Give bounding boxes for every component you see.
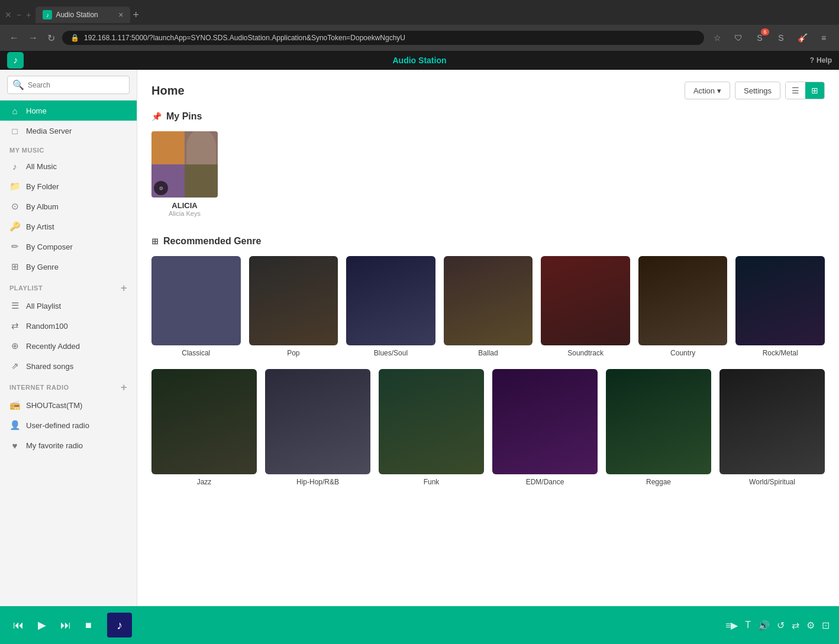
- queue-btn[interactable]: ≡▶: [725, 620, 738, 631]
- prev-btn[interactable]: ⏮: [9, 616, 27, 635]
- player-music-note-icon: ♪: [117, 619, 122, 632]
- user-radio-icon: 👤: [9, 420, 20, 431]
- genre-label-soundtrack: Soundtrack: [541, 349, 630, 357]
- forward-btn[interactable]: →: [26, 30, 40, 46]
- pin-album-item[interactable]: ⊙ ALICIA Alicia Keys: [151, 131, 218, 217]
- shoutcast-icon: 📻: [9, 400, 20, 410]
- volume-btn[interactable]: 🔊: [758, 620, 770, 631]
- genre-card-rock[interactable]: Rock/Metal: [735, 256, 825, 357]
- sidebar-item-all-playlist[interactable]: ☰ All Playlist: [0, 296, 137, 316]
- list-view-btn[interactable]: ☰: [786, 82, 805, 99]
- repeat-btn[interactable]: ↺: [777, 620, 785, 631]
- extension3-icon[interactable]: S: [773, 30, 789, 46]
- genre-card-jazz[interactable]: Jazz: [151, 369, 257, 486]
- sidebar-item-my-favorite-radio[interactable]: ♥ My favorite radio: [0, 435, 137, 455]
- tab-close-btn[interactable]: ✕: [5, 10, 12, 20]
- album-cell-br: [185, 164, 218, 198]
- app-body: 🔍 ⌂ Home □ Media Server MY MUSIC ♪ All M…: [0, 70, 839, 606]
- genre-bg-soundtrack: [541, 256, 630, 345]
- address-bar[interactable]: 🔒 192.168.1.117:5000/?launchApp=SYNO.SDS…: [62, 31, 704, 45]
- genre-bg-world: [719, 369, 825, 474]
- genre-img-soundtrack: [541, 256, 630, 345]
- refresh-btn[interactable]: ↻: [45, 30, 57, 46]
- url-text: 192.168.1.117:5000/?launchApp=SYNO.SDS.A…: [84, 34, 696, 42]
- help-icon: ?: [810, 56, 814, 64]
- help-button[interactable]: ? Help: [810, 56, 832, 64]
- genre-img-pop: [249, 256, 338, 345]
- lyrics-btn[interactable]: T: [745, 620, 751, 630]
- search-input-wrap[interactable]: 🔍: [7, 76, 130, 94]
- page-title: Home: [151, 84, 185, 98]
- tab-maximize-btn[interactable]: +: [26, 10, 31, 20]
- genre-card-hiphop[interactable]: Hip-Hop/R&B: [265, 369, 370, 486]
- sidebar-item-recently-added[interactable]: ⊕ Recently Added: [0, 336, 137, 356]
- sidebar-item-by-artist[interactable]: 🔑 By Artist: [0, 216, 137, 237]
- play-btn[interactable]: ▶: [34, 615, 50, 635]
- tab-minimize-btn[interactable]: −: [17, 10, 21, 20]
- genre-bg-funk: [379, 369, 484, 474]
- sidebar-item-all-music[interactable]: ♪ All Music: [0, 156, 137, 176]
- genre-bg-ballad: [444, 256, 533, 345]
- genre-img-ballad: [444, 256, 533, 345]
- player-right-controls: ≡▶ T 🔊 ↺ ⇄ ⚙ ⊡: [725, 620, 830, 631]
- sidebar-item-by-album[interactable]: ⊙ By Album: [0, 196, 137, 216]
- browser-toolbar-icons: ☆ 🛡 S 6 S 🎸 ≡: [709, 30, 832, 46]
- genre-card-blues[interactable]: Blues/Soul: [346, 256, 435, 357]
- extension1-icon[interactable]: 🛡: [730, 30, 747, 46]
- app-header: ♪ Audio Station ? Help: [0, 51, 839, 70]
- radio-add-btn[interactable]: +: [121, 382, 127, 393]
- extension2-icon[interactable]: S 6: [751, 30, 768, 46]
- menu-icon[interactable]: ≡: [815, 30, 832, 46]
- grid-view-btn[interactable]: ⊞: [805, 82, 824, 99]
- genre-card-pop[interactable]: Pop: [249, 256, 338, 357]
- equalizer-btn[interactable]: ⚙: [806, 620, 815, 631]
- genre-card-country[interactable]: Country: [638, 256, 728, 357]
- tab-close-icon[interactable]: ×: [118, 10, 123, 20]
- genre-card-reggae[interactable]: Reggae: [606, 369, 711, 486]
- mini-player-btn[interactable]: ⊡: [822, 620, 830, 631]
- genre-card-ballad[interactable]: Ballad: [444, 256, 533, 357]
- genre-label-ballad: Ballad: [444, 349, 533, 357]
- genre-card-funk[interactable]: Funk: [379, 369, 484, 486]
- active-tab[interactable]: ♪ Audio Station ×: [36, 7, 130, 23]
- search-icon: 🔍: [12, 79, 24, 90]
- genre-label-pop: Pop: [249, 349, 338, 357]
- genre-label-classical: Classical: [151, 349, 241, 357]
- genre-card-classical[interactable]: Classical: [151, 256, 241, 357]
- pin-album-artist: Alicia Keys: [151, 210, 218, 217]
- sidebar-item-random100[interactable]: ⇄ Random100: [0, 316, 137, 336]
- genre-card-world[interactable]: World/Spiritual: [719, 369, 825, 486]
- genre-bg-rock: [735, 256, 825, 345]
- genre-card-edm[interactable]: EDM/Dance: [492, 369, 598, 486]
- next-btn[interactable]: ⏭: [57, 616, 75, 635]
- shuffle-btn[interactable]: ⇄: [792, 620, 799, 631]
- player-bar: ⏮ ▶ ⏭ ■ ♪ ≡▶ T 🔊 ↺ ⇄ ⚙ ⊡: [0, 606, 839, 644]
- genre-bg-jazz: [151, 369, 257, 474]
- extension4-icon[interactable]: 🎸: [794, 30, 811, 46]
- sidebar-item-by-genre[interactable]: ⊞ By Genre: [0, 257, 137, 277]
- pin-album-title: ALICIA: [151, 201, 218, 210]
- bookmarks-icon[interactable]: ☆: [709, 30, 725, 46]
- favorite-radio-icon: ♥: [9, 440, 20, 451]
- action-button[interactable]: Action ▾: [685, 82, 730, 99]
- playlist-add-btn[interactable]: +: [121, 283, 127, 293]
- sidebar-item-user-defined-radio[interactable]: 👤 User-defined radio: [0, 415, 137, 435]
- settings-button[interactable]: Settings: [735, 82, 780, 99]
- sidebar-item-media-server[interactable]: □ Media Server: [0, 121, 137, 141]
- sidebar-item-by-composer[interactable]: ✏ By Composer: [0, 237, 137, 257]
- sidebar-item-shared-songs[interactable]: ⇗ Shared songs: [0, 356, 137, 376]
- genre-label-country: Country: [638, 349, 728, 357]
- genre-grid-row1: Classical Pop: [151, 256, 825, 357]
- genre-card-soundtrack[interactable]: Soundtrack: [541, 256, 630, 357]
- genre-img-edm: [492, 369, 598, 474]
- media-server-icon: □: [9, 125, 20, 136]
- search-input[interactable]: [28, 81, 124, 89]
- new-tab-btn[interactable]: +: [133, 9, 139, 21]
- back-btn[interactable]: ←: [7, 30, 21, 46]
- sidebar-item-home[interactable]: ⌂ Home: [0, 101, 137, 121]
- genre-img-rock: [735, 256, 825, 345]
- sidebar-item-by-folder[interactable]: 📁 By Folder: [0, 176, 137, 196]
- sidebar-item-shoutcast[interactable]: 📻 SHOUTcast(TM): [0, 395, 137, 415]
- genre-icon: ⊞: [9, 261, 20, 272]
- stop-btn[interactable]: ■: [82, 616, 95, 635]
